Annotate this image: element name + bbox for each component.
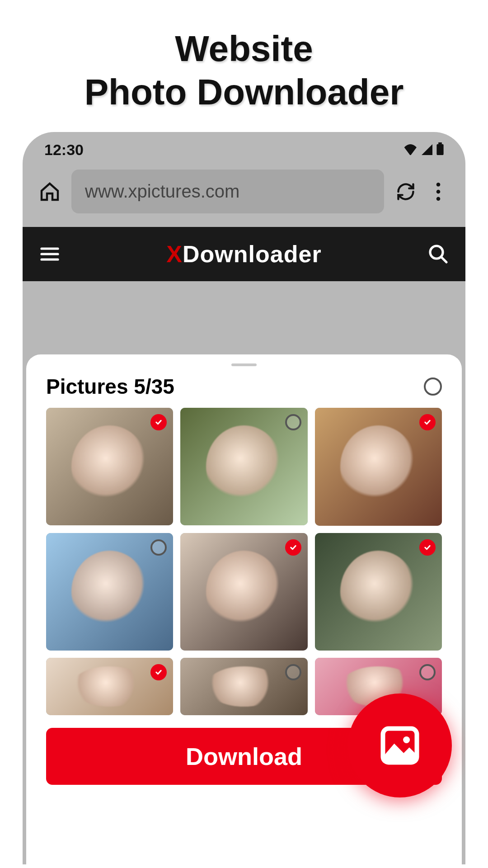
signal-icon	[421, 141, 433, 159]
url-input[interactable]: www.xpictures.com	[71, 170, 384, 213]
phone-frame: 12:30 www.xpictures.com	[23, 132, 465, 864]
picture-grid	[37, 408, 451, 715]
svg-point-11	[403, 736, 410, 743]
picture-thumb[interactable]	[46, 408, 173, 525]
pictures-fab[interactable]	[348, 693, 452, 797]
thumb-checkbox[interactable]	[419, 414, 436, 430]
svg-point-2	[436, 183, 441, 187]
promo-line2: Photo Downloader	[0, 71, 488, 114]
battery-icon	[436, 141, 444, 159]
thumb-checkbox[interactable]	[285, 539, 301, 556]
status-icons	[404, 141, 444, 159]
bottom-sheet: Pictures 5/35 Download	[26, 354, 462, 864]
app-title: XDownloader	[166, 241, 321, 268]
more-icon[interactable]	[427, 181, 449, 203]
app-title-x: X	[166, 241, 183, 267]
check-icon	[155, 418, 163, 426]
thumb-checkbox[interactable]	[150, 539, 167, 556]
check-icon	[423, 543, 432, 552]
thumb-checkbox[interactable]	[285, 414, 301, 430]
svg-rect-1	[436, 144, 443, 155]
status-bar: 12:30	[23, 132, 465, 163]
picture-thumb[interactable]	[46, 533, 173, 651]
image-icon	[377, 723, 422, 768]
picture-thumb[interactable]	[180, 408, 307, 525]
svg-line-9	[441, 257, 446, 262]
picture-thumb[interactable]	[180, 533, 307, 651]
refresh-icon[interactable]	[395, 181, 417, 203]
download-label: Download	[186, 743, 302, 770]
app-bar: XDownloader	[23, 227, 465, 281]
check-icon	[423, 418, 432, 426]
sheet-title: Pictures 5/35	[46, 374, 174, 399]
check-icon	[289, 543, 297, 552]
menu-icon[interactable]	[39, 243, 61, 265]
svg-rect-0	[438, 142, 442, 144]
sheet-header: Pictures 5/35	[37, 374, 451, 408]
wifi-icon	[404, 141, 418, 159]
check-icon	[155, 668, 163, 676]
app-title-rest: Downloader	[183, 241, 322, 267]
promo-title: Website Photo Downloader	[0, 27, 488, 114]
browser-bar: www.xpictures.com	[23, 163, 465, 227]
thumb-checkbox[interactable]	[285, 664, 301, 680]
select-all-checkbox[interactable]	[424, 377, 442, 396]
svg-point-4	[436, 197, 441, 201]
picture-thumb[interactable]	[180, 658, 307, 715]
thumb-checkbox[interactable]	[419, 664, 436, 680]
promo-line1: Website	[0, 27, 488, 71]
picture-thumb[interactable]	[315, 408, 442, 526]
thumb-checkbox[interactable]	[419, 539, 436, 556]
url-text: www.xpictures.com	[85, 181, 239, 201]
picture-thumb[interactable]	[46, 658, 173, 715]
svg-point-3	[436, 189, 441, 193]
drag-handle[interactable]	[231, 363, 257, 366]
picture-thumb[interactable]	[315, 533, 442, 651]
home-icon[interactable]	[39, 181, 61, 203]
status-time: 12:30	[44, 141, 84, 159]
search-icon[interactable]	[427, 243, 449, 265]
